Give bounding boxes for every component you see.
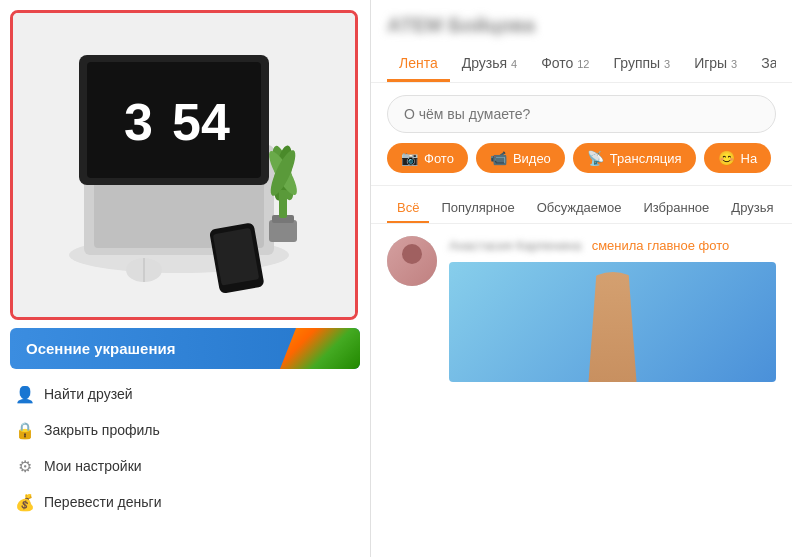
svg-rect-8 bbox=[269, 220, 297, 242]
money-icon: 💰 bbox=[16, 493, 34, 511]
laptop-illustration: 3 54 bbox=[24, 25, 344, 305]
svg-text:3: 3 bbox=[124, 93, 153, 151]
tab-groups[interactable]: Группы 3 bbox=[601, 47, 682, 82]
feed-tab-discussed[interactable]: Обсуждаемое bbox=[527, 194, 632, 223]
main-content: АТЕМ Бойцова Лента Друзья 4 Фото 12 Груп… bbox=[370, 0, 792, 557]
feed-post-info: Анастасия Карпенина сменила главное фото bbox=[449, 236, 776, 382]
feed-tab-favorites[interactable]: Избранное bbox=[633, 194, 719, 223]
mood-button[interactable]: 😊 На bbox=[704, 143, 772, 173]
sidebar-item-find-friends[interactable]: 👤 Найти друзей bbox=[10, 377, 360, 411]
post-input[interactable] bbox=[387, 95, 776, 133]
photos-badge: 12 bbox=[577, 58, 589, 70]
photo-button[interactable]: 📷 Фото bbox=[387, 143, 468, 173]
sidebar-item-close-profile[interactable]: 🔒 Закрыть профиль bbox=[10, 413, 360, 447]
post-input-area: 📷 Фото 📹 Видео 📡 Трансляция 😊 На bbox=[371, 83, 792, 186]
groups-badge: 3 bbox=[664, 58, 670, 70]
banner-button[interactable]: Осенние украшения bbox=[10, 328, 360, 369]
video-icon: 📹 bbox=[490, 150, 507, 166]
avatar-image bbox=[387, 236, 437, 286]
video-label: Видео bbox=[513, 151, 551, 166]
profile-header: АТЕМ Бойцова Лента Друзья 4 Фото 12 Груп… bbox=[371, 0, 792, 83]
tab-feed[interactable]: Лента bbox=[387, 47, 450, 82]
smile-icon: 😊 bbox=[718, 150, 735, 166]
sidebar-item-transfer-money[interactable]: 💰 Перевести деньги bbox=[10, 485, 360, 519]
broadcast-button[interactable]: 📡 Трансляция bbox=[573, 143, 696, 173]
find-friends-label: Найти друзей bbox=[44, 386, 133, 402]
tab-notes[interactable]: Заметки bbox=[749, 47, 776, 82]
sidebar-item-settings[interactable]: ⚙ Мои настройки bbox=[10, 449, 360, 483]
camera-icon: 📷 bbox=[401, 150, 418, 166]
profile-photo-scene: 3 54 bbox=[13, 13, 355, 317]
mood-label: На bbox=[741, 151, 758, 166]
broadcast-icon: 📡 bbox=[587, 150, 604, 166]
profile-name: АТЕМ Бойцова bbox=[387, 14, 776, 37]
feed-post-username[interactable]: Анастасия Карпенина bbox=[449, 238, 581, 253]
lock-icon: 🔒 bbox=[16, 421, 34, 439]
tab-games[interactable]: Игры 3 bbox=[682, 47, 749, 82]
photo-label: Фото bbox=[424, 151, 454, 166]
feed-tab-groups[interactable]: Груп bbox=[786, 194, 793, 223]
feed-tab-all[interactable]: Всё bbox=[387, 194, 429, 223]
friends-badge: 4 bbox=[511, 58, 517, 70]
feed-post-action-label: сменила главное фото bbox=[592, 238, 730, 253]
profile-photo-container[interactable]: 3 54 bbox=[10, 10, 358, 320]
close-profile-label: Закрыть профиль bbox=[44, 422, 160, 438]
feed-post-photo[interactable] bbox=[449, 262, 776, 382]
user-icon: 👤 bbox=[16, 385, 34, 403]
post-actions: 📷 Фото 📹 Видео 📡 Трансляция 😊 На bbox=[387, 143, 776, 173]
transfer-money-label: Перевести деньги bbox=[44, 494, 162, 510]
tab-friends[interactable]: Друзья 4 bbox=[450, 47, 529, 82]
banner-decoration bbox=[280, 328, 360, 369]
svg-rect-14 bbox=[279, 190, 287, 218]
svg-text:54: 54 bbox=[172, 93, 230, 151]
games-badge: 3 bbox=[731, 58, 737, 70]
feed-tab-popular[interactable]: Популярное bbox=[431, 194, 524, 223]
banner-label: Осенние украшения bbox=[26, 340, 175, 357]
feed-tabs: Всё Популярное Обсуждаемое Избранное Дру… bbox=[371, 186, 792, 224]
profile-tabs: Лента Друзья 4 Фото 12 Группы 3 Игры 3 З… bbox=[387, 47, 776, 82]
sidebar: 3 54 bbox=[0, 0, 370, 557]
feed-content: Анастасия Карпенина сменила главное фото bbox=[371, 224, 792, 394]
settings-label: Мои настройки bbox=[44, 458, 142, 474]
gear-icon: ⚙ bbox=[16, 457, 34, 475]
broadcast-label: Трансляция bbox=[610, 151, 682, 166]
tab-photos[interactable]: Фото 12 bbox=[529, 47, 601, 82]
sidebar-menu: 👤 Найти друзей 🔒 Закрыть профиль ⚙ Мои н… bbox=[10, 377, 360, 519]
feed-avatar[interactable] bbox=[387, 236, 437, 286]
video-button[interactable]: 📹 Видео bbox=[476, 143, 565, 173]
feed-tab-friends[interactable]: Друзья bbox=[721, 194, 783, 223]
